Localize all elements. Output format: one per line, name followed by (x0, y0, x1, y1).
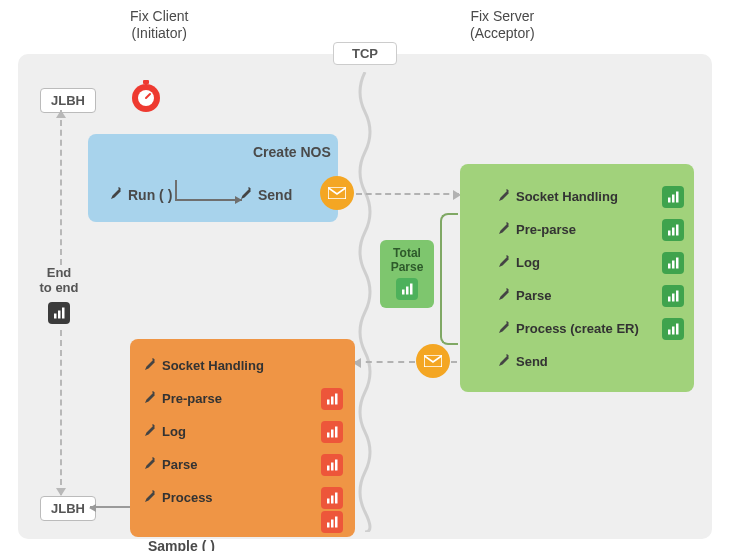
diagram-stage: TCP JLBH JLBH End to end Create NOS Run … (18, 54, 712, 539)
stopwatch-icon (128, 78, 164, 118)
end-to-end-dashed-bottom (60, 330, 62, 495)
eyedropper-icon (142, 390, 156, 407)
barchart-icon (321, 421, 343, 443)
barchart-icon (321, 454, 343, 476)
create-nos-label: Create NOS (253, 144, 331, 160)
list-item: Pre-parse (460, 213, 694, 246)
barchart-icon (662, 186, 684, 208)
list-item: Socket Handling (460, 180, 694, 213)
list-item: Log (130, 415, 355, 448)
barchart-icon (321, 487, 343, 509)
bracket-icon (440, 213, 458, 345)
send-label: Send (258, 187, 292, 203)
eyedropper-icon (142, 423, 156, 440)
total-parse-box: Total Parse (380, 240, 434, 308)
eyedropper-icon (238, 186, 252, 203)
tcp-badge: TCP (333, 42, 397, 65)
eyedropper-icon (496, 254, 510, 271)
jlbh-bottom-box: JLBH (40, 496, 96, 521)
eyedropper-icon (496, 320, 510, 337)
eyedropper-icon (496, 188, 510, 205)
list-item: Parse (130, 448, 355, 481)
sample-label: Sample ( ) (148, 538, 215, 551)
arrowhead-down-icon (56, 488, 66, 496)
list-item: Socket Handling (130, 349, 355, 382)
list-item: Process (130, 481, 355, 514)
barchart-icon (321, 511, 343, 533)
run-step: Run ( ) (108, 186, 172, 203)
tcp-divider-wave (355, 72, 375, 532)
dashed-arrow-left-seg1 (355, 361, 415, 363)
list-item: Log (460, 246, 694, 279)
eyedropper-icon (496, 353, 510, 370)
server-header: Fix Server (Acceptor) (470, 8, 535, 42)
client-steps-box: Socket Handling Pre-parse Log Parse Proc… (130, 339, 355, 537)
client-run-box: Create NOS Run ( ) Send (88, 134, 338, 222)
server-steps-box: Socket Handling Pre-parse Log Parse Proc… (460, 164, 694, 392)
sample-arrow (90, 506, 130, 508)
eyedropper-icon (496, 221, 510, 238)
list-item: Process (create ER) (460, 312, 694, 345)
server-sub: (Acceptor) (470, 25, 535, 42)
client-sub: (Initiator) (130, 25, 188, 42)
eyedropper-icon (142, 456, 156, 473)
barchart-icon (662, 318, 684, 340)
eyedropper-icon (496, 287, 510, 304)
server-title: Fix Server (470, 8, 535, 25)
jlbh-top-box: JLBH (40, 88, 96, 113)
client-title: Fix Client (130, 8, 188, 25)
barchart-icon (48, 302, 70, 324)
barchart-icon (662, 252, 684, 274)
barchart-icon (662, 219, 684, 241)
envelope-icon (320, 176, 354, 210)
eyedropper-icon (108, 186, 122, 203)
end-to-end-dashed-top (60, 110, 62, 265)
eyedropper-icon (142, 489, 156, 506)
send-step: Send (238, 186, 292, 203)
eyedropper-icon (142, 357, 156, 374)
list-item: Pre-parse (130, 382, 355, 415)
end-to-end-label: End to end (32, 266, 86, 324)
list-item: Send (460, 345, 694, 378)
list-item: Parse (460, 279, 694, 312)
barchart-icon (662, 285, 684, 307)
barchart-icon (321, 388, 343, 410)
envelope-icon (416, 344, 450, 378)
client-header: Fix Client (Initiator) (130, 8, 188, 42)
run-label: Run ( ) (128, 187, 172, 203)
dashed-arrow-to-server (356, 193, 459, 195)
barchart-icon (396, 278, 418, 300)
